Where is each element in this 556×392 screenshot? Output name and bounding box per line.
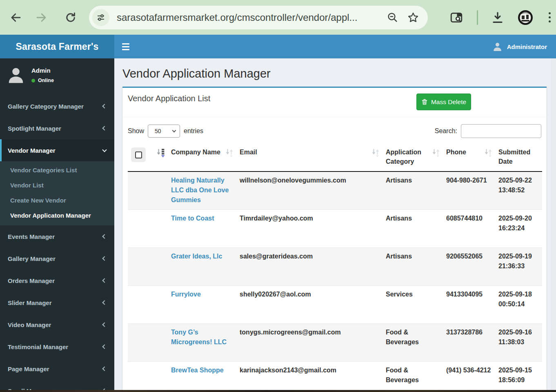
- chevron-left-icon: [102, 256, 107, 261]
- email-cell: Timrdailey@yahoo.com: [236, 209, 383, 247]
- reload-icon: [64, 11, 77, 24]
- site-settings-icon[interactable]: [92, 9, 109, 26]
- email-cell: willnelson@onelovegummies.com: [236, 172, 383, 209]
- app-navbar: Sarasota Farmer's Administrator: [0, 35, 556, 58]
- sidebar-item-vendor-application-manager[interactable]: Vendor Applicaton Manager: [0, 208, 114, 223]
- sort-icon[interactable]: [225, 148, 234, 158]
- phone-cell: 904-980-2671: [443, 172, 495, 209]
- column-phone[interactable]: Phone: [446, 147, 466, 157]
- browser-menu-icon[interactable]: [543, 9, 556, 27]
- sidebar-item-gallery-manager[interactable]: Gallery Manager: [0, 247, 114, 270]
- select-all-checkbox[interactable]: [131, 147, 146, 162]
- chevron-left-icon: [102, 300, 107, 305]
- sort-icon[interactable]: [432, 148, 440, 158]
- table-row: BrewTea Shoppe karinajackson2143@gmail.c…: [128, 361, 542, 390]
- sort-icon[interactable]: [371, 148, 380, 158]
- sort-active-icon[interactable]: [156, 148, 165, 158]
- chevron-left-icon: [102, 126, 107, 130]
- table-row: Grater Ideas, Llc sales@graterideas.com …: [128, 247, 542, 285]
- page-title: Vendor Application Manager: [122, 67, 547, 80]
- company-link[interactable]: Furrylove: [171, 291, 201, 298]
- column-company-name[interactable]: Company Name: [171, 147, 220, 157]
- sidebar-item-events-manager[interactable]: Events Manager: [0, 225, 114, 247]
- url-text[interactable]: sarasotafarmersmarket.org/cmscontroller/…: [117, 12, 380, 23]
- sort-icon[interactable]: [484, 148, 493, 158]
- column-submitted-date[interactable]: Submitted Date: [498, 147, 540, 166]
- column-application-category[interactable]: Application Category: [386, 147, 432, 166]
- mass-delete-button[interactable]: Mass Delete: [416, 94, 471, 110]
- sidebar-item-slider-manager[interactable]: Slider Manager: [0, 292, 114, 314]
- sidebar-item-vendor-categories-list[interactable]: Vendor Categories List: [0, 163, 114, 178]
- submitted-cell: 2025-09-16 11:38:03: [495, 323, 542, 361]
- vendor-manager-submenu: Vendor Categories List Vendor List Creat…: [0, 161, 114, 225]
- chevron-down-icon: [102, 147, 107, 152]
- submitted-cell: 2025-09-22 13:48:52: [495, 172, 542, 209]
- address-bar[interactable]: sarasotafarmersmarket.org/cmscontroller/…: [89, 6, 428, 29]
- email-cell: sales@graterideas.com: [236, 247, 383, 285]
- main-content: Vendor Application Manager Vendor Applic…: [114, 58, 556, 390]
- bookmark-star-icon[interactable]: [405, 9, 421, 26]
- category-cell: Artisans: [383, 172, 443, 209]
- sidebar: Admin Online Gallery Category Manager Sp…: [0, 58, 114, 390]
- app-logo[interactable]: Sarasota Farmer's: [0, 35, 114, 58]
- reload-button[interactable]: [61, 8, 80, 27]
- entries-label: entries: [184, 127, 203, 135]
- chevron-down-icon: [172, 129, 176, 133]
- chevron-left-icon: [102, 344, 107, 349]
- category-cell: Food & Beverages: [383, 361, 443, 390]
- submitted-cell: 2025-09-20 16:23:24: [495, 209, 542, 247]
- phone-cell: 6085744810: [443, 209, 495, 247]
- company-link[interactable]: Tony G’s Microgreens! LLC: [171, 329, 227, 345]
- phone-cell: 9206552065: [443, 247, 495, 285]
- trash-icon: [421, 98, 428, 105]
- browser-toolbar: sarasotafarmersmarket.org/cmscontroller/…: [0, 0, 556, 35]
- downloads-icon[interactable]: [489, 9, 507, 27]
- chevron-left-icon: [102, 278, 107, 283]
- company-link[interactable]: Healing Naturally LLC dba One Love Gummi…: [171, 177, 229, 203]
- navbar-username: Administrator: [507, 43, 547, 50]
- toolbar-divider: [477, 10, 478, 25]
- online-status-dot: [31, 79, 35, 82]
- phone-cell: 9413304095: [443, 285, 495, 323]
- sidebar-item-scroll-manager[interactable]: Scroll Manager: [0, 380, 114, 390]
- chevron-left-icon: [102, 104, 107, 108]
- column-email[interactable]: Email: [240, 147, 257, 157]
- email-cell: shelly020267@aol.com: [236, 285, 383, 323]
- sidebar-item-spotlight-manager[interactable]: Spotlight Manager: [0, 117, 114, 139]
- chevron-left-icon: [102, 366, 107, 371]
- table-row: Time to Coast Timrdailey@yahoo.com Artis…: [128, 209, 542, 247]
- sidebar-item-gallery-category-manager[interactable]: Gallery Category Manager: [0, 95, 114, 117]
- company-link[interactable]: BrewTea Shoppe: [171, 367, 224, 374]
- company-link[interactable]: Time to Coast: [171, 215, 214, 222]
- sidebar-item-video-manager[interactable]: Video Manager: [0, 314, 114, 336]
- submitted-cell: 2025-09-19 21:36:33: [495, 247, 542, 285]
- sidebar-item-create-new-vendor[interactable]: Create New Vendor: [0, 193, 114, 208]
- sidebar-item-vendor-manager[interactable]: Vendor Manager: [0, 139, 114, 161]
- category-cell: Artisans: [383, 209, 443, 247]
- company-link[interactable]: Grater Ideas, Llc: [171, 253, 222, 260]
- email-cell: karinajackson2143@gmail.com: [236, 361, 383, 390]
- category-cell: Services: [383, 285, 443, 323]
- panel-title: Vendor Application List: [128, 94, 210, 103]
- vendor-application-panel: Vendor Application List Mass Delete Show…: [122, 87, 547, 390]
- online-status: Online: [38, 78, 54, 83]
- admin-avatar: [6, 65, 26, 85]
- sidebar-item-orders-manager[interactable]: Orders Manager: [0, 270, 114, 292]
- vendor-application-table: Company Name Email Application Category: [128, 145, 542, 390]
- navbar-user-menu[interactable]: Administrator: [492, 41, 547, 52]
- search-input[interactable]: [461, 124, 541, 138]
- zoom-icon[interactable]: [385, 9, 401, 26]
- sidebar-item-vendor-list[interactable]: Vendor List: [0, 178, 114, 193]
- sidebar-item-page-manager[interactable]: Page Manager: [0, 358, 114, 380]
- forward-button[interactable]: [32, 8, 51, 27]
- back-button[interactable]: [7, 8, 25, 27]
- entries-select[interactable]: 50: [148, 125, 180, 138]
- hamburger-menu-icon[interactable]: [122, 43, 131, 50]
- phone-cell: (941) 536-4212: [443, 361, 495, 390]
- search-tabs-icon[interactable]: [447, 9, 465, 27]
- page-scrollbar[interactable]: [551, 58, 556, 390]
- taskbar-edge: [0, 390, 556, 392]
- sidebar-menu: Gallery Category Manager Spotlight Manag…: [0, 95, 114, 390]
- profile-avatar[interactable]: [516, 9, 534, 27]
- sidebar-item-testimonial-manager[interactable]: Testimonial Manager: [0, 336, 114, 358]
